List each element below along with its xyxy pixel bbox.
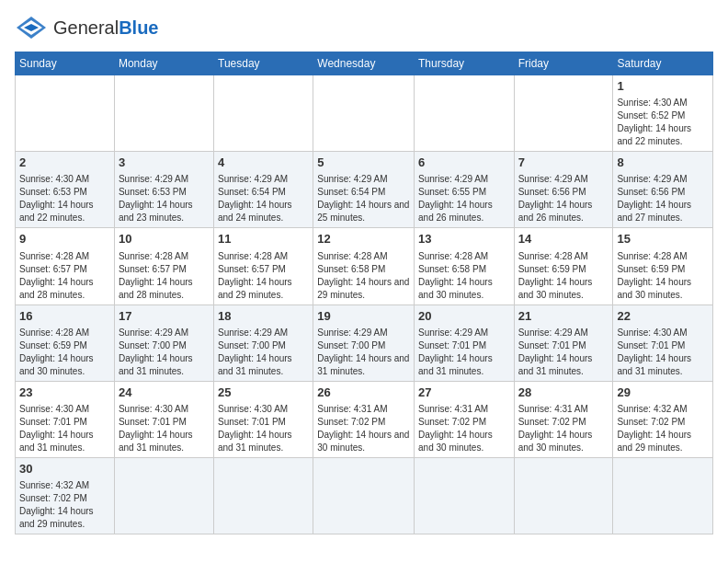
logo: GeneralBlue xyxy=(15,15,159,40)
calendar-cell: 6Sunrise: 4:29 AM Sunset: 6:55 PM Daylig… xyxy=(415,152,515,228)
day-number: 30 xyxy=(19,461,110,477)
day-number: 18 xyxy=(218,308,309,325)
calendar-cell xyxy=(114,457,213,534)
day-number: 11 xyxy=(218,231,309,247)
day-info: Sunrise: 4:32 AM Sunset: 7:02 PM Dayligh… xyxy=(617,403,709,454)
day-info: Sunrise: 4:29 AM Sunset: 7:01 PM Dayligh… xyxy=(418,327,510,378)
day-number: 2 xyxy=(19,155,110,171)
day-number: 27 xyxy=(418,385,510,401)
day-number: 16 xyxy=(19,308,110,325)
calendar-cell xyxy=(313,75,415,152)
day-of-week-header: Wednesday xyxy=(313,52,415,75)
day-number: 22 xyxy=(617,308,709,325)
day-info: Sunrise: 4:30 AM Sunset: 7:01 PM Dayligh… xyxy=(617,327,709,378)
calendar-cell: 8Sunrise: 4:29 AM Sunset: 6:56 PM Daylig… xyxy=(613,152,713,228)
day-of-week-header: Friday xyxy=(514,52,613,75)
calendar-cell: 22Sunrise: 4:30 AM Sunset: 7:01 PM Dayli… xyxy=(613,304,713,381)
day-info: Sunrise: 4:29 AM Sunset: 7:00 PM Dayligh… xyxy=(218,327,309,378)
day-info: Sunrise: 4:29 AM Sunset: 7:00 PM Dayligh… xyxy=(119,327,210,378)
day-info: Sunrise: 4:28 AM Sunset: 6:59 PM Dayligh… xyxy=(518,250,609,302)
day-info: Sunrise: 4:28 AM Sunset: 6:57 PM Dayligh… xyxy=(19,250,110,302)
calendar-cell: 27Sunrise: 4:31 AM Sunset: 7:02 PM Dayli… xyxy=(415,381,515,457)
day-number: 10 xyxy=(119,231,210,247)
day-number: 28 xyxy=(518,385,609,401)
day-info: Sunrise: 4:29 AM Sunset: 6:53 PM Dayligh… xyxy=(119,173,210,224)
day-number: 1 xyxy=(617,78,709,95)
calendar-cell: 13Sunrise: 4:28 AM Sunset: 6:58 PM Dayli… xyxy=(415,228,515,304)
day-info: Sunrise: 4:29 AM Sunset: 6:56 PM Dayligh… xyxy=(518,173,609,224)
day-number: 4 xyxy=(218,155,309,171)
day-info: Sunrise: 4:30 AM Sunset: 6:52 PM Dayligh… xyxy=(617,97,709,148)
calendar-cell xyxy=(514,75,613,152)
calendar-cell: 23Sunrise: 4:30 AM Sunset: 7:01 PM Dayli… xyxy=(16,381,115,457)
day-number: 9 xyxy=(19,231,110,247)
calendar-cell xyxy=(313,457,415,534)
day-info: Sunrise: 4:28 AM Sunset: 6:58 PM Dayligh… xyxy=(317,250,410,302)
calendar-cell: 16Sunrise: 4:28 AM Sunset: 6:59 PM Dayli… xyxy=(16,304,115,381)
day-info: Sunrise: 4:29 AM Sunset: 7:00 PM Dayligh… xyxy=(317,327,410,378)
calendar-cell: 4Sunrise: 4:29 AM Sunset: 6:54 PM Daylig… xyxy=(214,152,313,228)
day-number: 23 xyxy=(19,385,110,401)
day-info: Sunrise: 4:28 AM Sunset: 6:59 PM Dayligh… xyxy=(19,327,110,378)
day-number: 12 xyxy=(317,231,410,247)
calendar-table: SundayMondayTuesdayWednesdayThursdayFrid… xyxy=(15,52,713,534)
calendar-cell: 7Sunrise: 4:29 AM Sunset: 6:56 PM Daylig… xyxy=(514,152,613,228)
logo-text: GeneralBlue xyxy=(53,17,159,39)
calendar-cell: 11Sunrise: 4:28 AM Sunset: 6:57 PM Dayli… xyxy=(214,228,313,304)
day-info: Sunrise: 4:30 AM Sunset: 6:53 PM Dayligh… xyxy=(19,173,110,224)
day-of-week-header: Monday xyxy=(114,52,213,75)
day-info: Sunrise: 4:30 AM Sunset: 7:01 PM Dayligh… xyxy=(218,403,309,454)
day-number: 26 xyxy=(317,385,410,401)
day-info: Sunrise: 4:31 AM Sunset: 7:02 PM Dayligh… xyxy=(418,403,510,454)
day-info: Sunrise: 4:31 AM Sunset: 7:02 PM Dayligh… xyxy=(317,403,410,454)
calendar-cell: 3Sunrise: 4:29 AM Sunset: 6:53 PM Daylig… xyxy=(114,152,213,228)
day-of-week-header: Saturday xyxy=(613,52,713,75)
day-info: Sunrise: 4:28 AM Sunset: 6:58 PM Dayligh… xyxy=(418,250,510,302)
calendar-cell xyxy=(114,75,213,152)
calendar-cell xyxy=(415,457,515,534)
day-number: 5 xyxy=(317,155,410,171)
day-number: 25 xyxy=(218,385,309,401)
day-number: 6 xyxy=(418,155,510,171)
calendar-cell: 5Sunrise: 4:29 AM Sunset: 6:54 PM Daylig… xyxy=(313,152,415,228)
calendar-cell xyxy=(214,457,313,534)
calendar-cell: 30Sunrise: 4:32 AM Sunset: 7:02 PM Dayli… xyxy=(16,457,115,534)
day-info: Sunrise: 4:31 AM Sunset: 7:02 PM Dayligh… xyxy=(518,403,609,454)
day-info: Sunrise: 4:29 AM Sunset: 6:54 PM Dayligh… xyxy=(218,173,309,224)
calendar-cell xyxy=(613,457,713,534)
calendar-cell: 2Sunrise: 4:30 AM Sunset: 6:53 PM Daylig… xyxy=(16,152,115,228)
day-number: 21 xyxy=(518,308,609,325)
calendar-cell: 10Sunrise: 4:28 AM Sunset: 6:57 PM Dayli… xyxy=(114,228,213,304)
day-number: 13 xyxy=(418,231,510,247)
day-number: 24 xyxy=(119,385,210,401)
day-number: 17 xyxy=(119,308,210,325)
calendar-cell: 29Sunrise: 4:32 AM Sunset: 7:02 PM Dayli… xyxy=(613,381,713,457)
calendar-cell: 24Sunrise: 4:30 AM Sunset: 7:01 PM Dayli… xyxy=(114,381,213,457)
day-number: 7 xyxy=(518,155,609,171)
day-number: 29 xyxy=(617,385,709,401)
page-header: GeneralBlue xyxy=(15,15,713,40)
day-info: Sunrise: 4:30 AM Sunset: 7:01 PM Dayligh… xyxy=(119,403,210,454)
calendar-cell: 15Sunrise: 4:28 AM Sunset: 6:59 PM Dayli… xyxy=(613,228,713,304)
day-of-week-header: Thursday xyxy=(415,52,515,75)
day-info: Sunrise: 4:29 AM Sunset: 6:56 PM Dayligh… xyxy=(617,173,709,224)
calendar-cell: 12Sunrise: 4:28 AM Sunset: 6:58 PM Dayli… xyxy=(313,228,415,304)
day-number: 3 xyxy=(119,155,210,171)
calendar-cell: 21Sunrise: 4:29 AM Sunset: 7:01 PM Dayli… xyxy=(514,304,613,381)
calendar-cell xyxy=(514,457,613,534)
day-number: 15 xyxy=(617,231,709,247)
day-number: 8 xyxy=(617,155,709,171)
day-info: Sunrise: 4:29 AM Sunset: 7:01 PM Dayligh… xyxy=(518,327,609,378)
calendar-cell: 17Sunrise: 4:29 AM Sunset: 7:00 PM Dayli… xyxy=(114,304,213,381)
day-info: Sunrise: 4:29 AM Sunset: 6:55 PM Dayligh… xyxy=(418,173,510,224)
calendar-cell: 19Sunrise: 4:29 AM Sunset: 7:00 PM Dayli… xyxy=(313,304,415,381)
day-of-week-header: Sunday xyxy=(16,52,115,75)
calendar-cell xyxy=(415,75,515,152)
day-number: 19 xyxy=(317,308,410,325)
logo-icon xyxy=(15,15,48,40)
day-of-week-header: Tuesday xyxy=(214,52,313,75)
calendar-cell: 18Sunrise: 4:29 AM Sunset: 7:00 PM Dayli… xyxy=(214,304,313,381)
calendar-cell xyxy=(214,75,313,152)
calendar-cell: 1Sunrise: 4:30 AM Sunset: 6:52 PM Daylig… xyxy=(613,75,713,152)
day-info: Sunrise: 4:29 AM Sunset: 6:54 PM Dayligh… xyxy=(317,173,410,224)
